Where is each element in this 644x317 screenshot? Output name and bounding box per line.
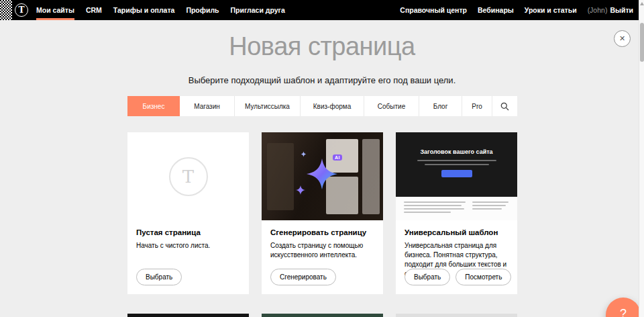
ai-sparkle-icon	[305, 156, 339, 191]
nav-crm[interactable]: CRM	[86, 0, 102, 20]
view-universal-button[interactable]: Посмотреть	[455, 269, 511, 285]
scrollbar-track[interactable]	[639, 0, 644, 317]
text-placeholder-line	[417, 160, 496, 161]
tab-business[interactable]: Бизнес	[127, 96, 180, 116]
text-placeholder-line	[404, 208, 464, 210]
tab-quiz-form[interactable]: Квиз-форма	[301, 96, 364, 116]
generate-button[interactable]: Сгенерировать	[270, 269, 336, 285]
nav-my-sites[interactable]: Мои сайты	[36, 0, 74, 20]
card-title: Универсальный шаблон	[405, 228, 508, 236]
text-placeholder-line	[425, 164, 489, 165]
template-cards-next-row	[127, 314, 517, 317]
topbar: T Мои сайты CRM Тарифы и оплата Профиль …	[0, 0, 644, 20]
text-placeholder-line	[472, 201, 508, 203]
card-actions: Выбрать	[136, 269, 182, 285]
tab-store[interactable]: Магазин	[180, 96, 235, 116]
nav-lessons[interactable]: Уроки и статьи	[525, 0, 577, 20]
blank-template-preview: T	[127, 132, 249, 220]
card-body: Пустая страница Начать с чистого листа.	[127, 220, 249, 251]
card-description: Начать с чистого листа.	[136, 241, 240, 251]
text-placeholder-column	[472, 201, 508, 212]
template-card-ai-generate: AI Сгенерировать страницу Создать страни…	[262, 132, 383, 294]
logout-link[interactable]: Выйти	[610, 6, 633, 14]
card-title: Сгенерировать страницу	[270, 228, 374, 236]
nav-webinars[interactable]: Вебинары	[478, 0, 514, 20]
scroll-up-arrow-icon[interactable]	[640, 1, 644, 5]
choose-blank-button[interactable]: Выбрать	[136, 269, 182, 285]
close-icon: ✕	[619, 34, 625, 43]
card-description: Создать страницу с помощью искусственног…	[270, 241, 374, 260]
ai-badge: AI	[333, 154, 342, 161]
nav-tariffs[interactable]: Тарифы и оплата	[113, 0, 175, 20]
pixel-pattern-decoration	[0, 0, 12, 20]
text-placeholder-line	[472, 208, 502, 210]
help-floating-button[interactable]: ?	[606, 298, 641, 317]
tab-pro[interactable]: Pro	[462, 96, 492, 116]
main-nav: Мои сайты CRM Тарифы и оплата Профиль Пр…	[36, 0, 285, 20]
user-session: (John) Выйти	[588, 0, 633, 20]
preview-cta-button	[441, 170, 472, 177]
scrollbar-thumb[interactable]	[640, 23, 644, 62]
text-placeholder-line	[404, 205, 462, 206]
template-category-tabs: Бизнес Магазин Мультиссылка Квиз-форма С…	[127, 96, 517, 116]
card-actions: Выбрать Посмотреть	[405, 269, 511, 285]
template-card-universal: Заголовок вашего сайта	[396, 132, 517, 294]
preview-panel-placeholder	[267, 143, 294, 210]
universal-template-preview: Заголовок вашего сайта	[396, 132, 517, 220]
nav-help-center[interactable]: Справочный центр	[400, 0, 467, 20]
template-card-partial[interactable]	[262, 314, 383, 317]
secondary-nav: Справочный центр Вебинары Уроки и статьи…	[400, 0, 633, 20]
preview-hero-section: Заголовок вашего сайта	[396, 132, 517, 197]
template-card-blank-page: T Пустая страница Начать с чистого листа…	[127, 132, 249, 294]
ai-sparkle-tiny-icon	[301, 151, 307, 157]
preview-site-heading: Заголовок вашего сайта	[396, 148, 517, 155]
card-actions: Сгенерировать	[270, 269, 336, 285]
watermark-letter: T	[182, 167, 194, 187]
text-placeholder-column	[404, 201, 466, 215]
tilda-watermark-icon: T	[169, 157, 208, 196]
tab-search[interactable]	[492, 96, 517, 116]
template-card-partial[interactable]	[127, 314, 249, 317]
tab-blog[interactable]: Блог	[419, 96, 462, 116]
page-title: Новая страница	[0, 32, 644, 61]
preview-photo-placeholder	[396, 177, 517, 197]
tilda-logo[interactable]: T	[15, 3, 28, 17]
preview-text-section	[396, 197, 517, 220]
ai-template-preview: AI	[262, 132, 383, 220]
text-placeholder-line	[404, 212, 451, 213]
ai-sparkle-small-icon	[295, 185, 306, 195]
text-placeholder-line	[404, 201, 466, 203]
app-window: T Мои сайты CRM Тарифы и оплата Профиль …	[0, 0, 644, 317]
card-body: Сгенерировать страницу Создать страницу …	[262, 220, 383, 260]
template-cards-row: T Пустая страница Начать с чистого листа…	[127, 132, 517, 294]
template-card-partial[interactable]	[396, 314, 517, 317]
close-button[interactable]: ✕	[614, 30, 631, 47]
choose-universal-button[interactable]: Выбрать	[405, 269, 450, 285]
tilda-logo-letter: T	[19, 5, 25, 15]
text-placeholder-line	[472, 205, 506, 206]
search-icon	[500, 102, 509, 111]
tab-multilink[interactable]: Мультиссылка	[235, 96, 301, 116]
card-title: Пустая страница	[136, 228, 240, 236]
preview-thumbnail-placeholder	[362, 139, 380, 214]
help-question-mark: ?	[620, 307, 627, 317]
username: (John)	[588, 6, 608, 14]
nav-invite-friend[interactable]: Пригласи друга	[231, 0, 285, 20]
tab-event[interactable]: Событие	[364, 96, 419, 116]
page-subtitle: Выберите подходящий шаблон и адаптируйте…	[0, 75, 644, 85]
nav-profile[interactable]: Профиль	[186, 0, 219, 20]
